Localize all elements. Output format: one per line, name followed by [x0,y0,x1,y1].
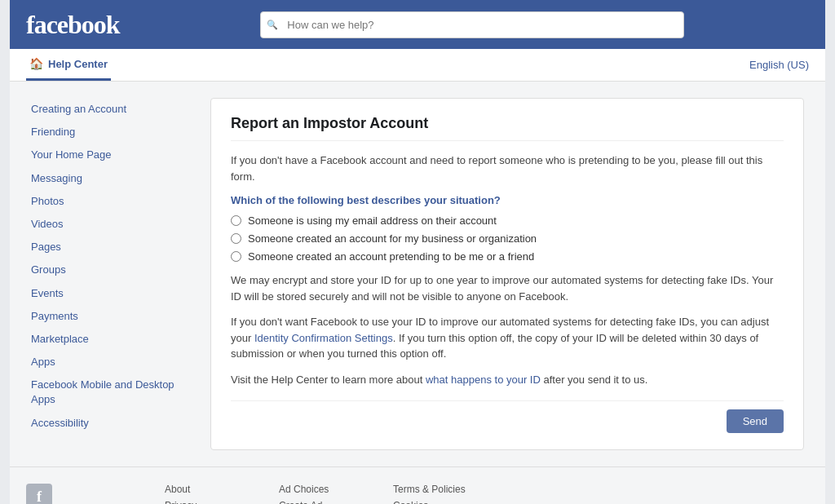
radio-input-0[interactable] [231,215,241,226]
language-label: English (US) [749,59,809,71]
footer-brand: f Facebook © 2019 English (US) ✎ [26,484,140,504]
footer-col-1: Ad ChoicesCreate AdCreate Page [279,484,360,504]
footer-col-2: Terms & PoliciesCookies [393,484,475,504]
sidebar-link[interactable]: Payments [31,305,194,328]
radio-option-1[interactable]: Someone created an account for my busine… [231,232,784,245]
sidebar-link[interactable]: Photos [31,190,194,213]
search-input[interactable] [260,11,684,38]
what-happens-link[interactable]: what happens to your ID [426,374,541,386]
search-bar-wrapper [260,11,684,38]
send-button[interactable]: Send [727,409,784,433]
footer-link[interactable]: Terms & Policies [393,484,475,495]
footer-link[interactable]: About [165,484,246,495]
para2: If you don't want Facebook to use your I… [231,314,784,362]
question-label: Which of the following best describes yo… [231,194,784,206]
para3: Visit the Help Center to learn more abou… [231,372,784,388]
para1: We may encrypt and store your ID for up … [231,272,784,304]
sidebar-link[interactable]: Pages [31,236,194,259]
sidebar-link[interactable]: Friending [31,121,194,144]
help-center-icon: 🏠 [29,57,43,70]
sidebar-link[interactable]: Events [31,282,194,305]
footer-link[interactable]: Cookies [393,500,475,504]
identity-confirmation-link[interactable]: Identity Confirmation Settings [254,332,393,344]
footer-col-0: AboutPrivacyCareers [165,484,246,504]
footer-cols: AboutPrivacyCareersAd ChoicesCreate AdCr… [165,484,475,504]
sidebar-link[interactable]: Videos [31,213,194,236]
radio-option-2[interactable]: Someone created an account pretending to… [231,250,784,263]
facebook-logo: facebook [26,10,120,40]
facebook-footer-icon: f [26,484,52,504]
radio-options: Someone is using my email address on the… [231,214,784,263]
footer-link[interactable]: Ad Choices [279,484,360,495]
send-btn-wrapper: Send [231,400,784,433]
para3-before: Visit the Help Center to learn more abou… [231,374,426,386]
sidebar-link[interactable]: Marketplace [31,328,194,351]
sidebar-link[interactable]: Your Home Page [31,144,194,166]
footer-link[interactable]: Privacy [165,500,246,504]
footer-link[interactable]: Create Ad [279,500,360,504]
header: facebook [10,0,825,49]
radio-option-0[interactable]: Someone is using my email address on the… [231,214,784,227]
nav-bar: 🏠 Help Center English (US) [10,49,825,82]
sidebar-link[interactable]: Accessibility [31,412,194,435]
sidebar-link[interactable]: Apps [31,351,194,374]
help-center-tab[interactable]: 🏠 Help Center [26,49,111,81]
intro-text: If you don't have a Facebook account and… [231,153,784,184]
radio-input-2[interactable] [231,251,241,262]
footer-inner: f Facebook © 2019 English (US) ✎ AboutPr… [26,484,809,504]
footer: f Facebook © 2019 English (US) ✎ AboutPr… [10,466,825,504]
sidebar-link[interactable]: Creating an Account [31,98,194,121]
help-center-label: Help Center [48,58,108,70]
para3-after: after you send it to us. [541,374,648,386]
radio-input-1[interactable] [231,233,241,244]
content-panel: Report an Impostor Account If you don't … [210,98,804,450]
language-selector[interactable]: English (US) [749,49,809,81]
content-title: Report an Impostor Account [231,115,784,141]
main-container: Creating an AccountFriendingYour Home Pa… [18,82,817,466]
sidebar-link[interactable]: Groups [31,259,194,281]
sidebar: Creating an AccountFriendingYour Home Pa… [31,98,194,450]
sidebar-link[interactable]: Facebook Mobile and Desktop Apps [31,374,194,411]
sidebar-link[interactable]: Messaging [31,167,194,190]
